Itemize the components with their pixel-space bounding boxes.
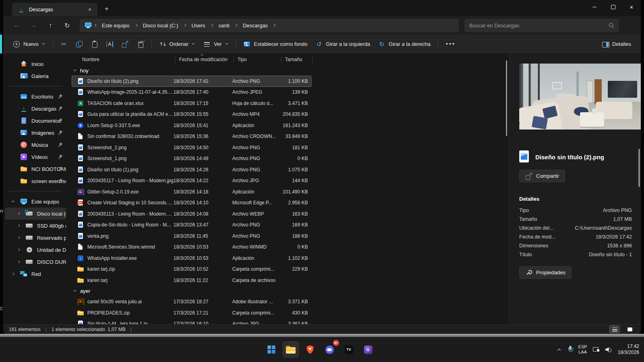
file-row-sin-t-tulo-1-m-leta-baja-1-jp[interactable]: Sin título-1-M...leta baja 1.jp...17/3/2… [72, 319, 312, 325]
network-icon[interactable] [593, 347, 600, 353]
minimize-button[interactable] [585, 0, 604, 14]
file-name: Sin confirmar 328032.crdownload [87, 134, 159, 139]
breadcrumb-item-santi[interactable]: santi [215, 21, 233, 30]
file-row-copia-de-sin-titulo-living-room-mod[interactable]: Copia-de-Sin-titulo - Living Room - Mod.… [72, 220, 312, 231]
sidebar-item-inicio[interactable]: Inicio [5, 58, 66, 70]
sidebar-item-m-sica[interactable]: Música [5, 139, 66, 151]
sidebar-item-unidad-de-dvd-f[interactable]: Unidad de DVD (F [5, 244, 66, 256]
file-row-loom-setup-0-337-5-exe[interactable]: Loom Setup 0.337.5.exe18/3/2026 15:41Apl… [72, 120, 312, 131]
zip-file-icon [77, 266, 84, 272]
file-type: Archivo CRDOWN... [232, 134, 280, 139]
details-pane-scrollbar[interactable] [638, 149, 640, 187]
up-button[interactable]: ↑ [43, 19, 57, 31]
back-button[interactable]: ← [10, 19, 23, 31]
file-row-dise-o-sin-t-tulo-2-png[interactable]: Diseño sin título (2).png18/3/2026 17:42… [72, 76, 312, 87]
sidebar-item-red[interactable]: Red [5, 268, 66, 280]
file-row-whatsapp-installer-exe[interactable]: WhatsApp Installer.exe18/3/2026 10:53Apl… [72, 253, 312, 264]
file-row-dise-o-sin-t-tulo-1-png[interactable]: Diseño sin título (1).png18/3/2026 14:26… [72, 164, 312, 175]
clock[interactable]: 17:42 18/3/2026 [618, 343, 639, 356]
details-pane-toggle[interactable]: Detalles [598, 38, 635, 51]
group-header-ayer[interactable]: ayer [68, 286, 509, 296]
file-row-venta-png[interactable]: venta.png18/3/2026 11:45Archivo PNG188 K… [72, 230, 312, 242]
file-row-create-virtual-staging-in-10-seconds-pdf[interactable]: Create Virtual Staging in 10 Seconds.pdf… [72, 197, 312, 209]
sidebar-item-galer-a[interactable]: Galería [5, 70, 66, 82]
sidebar-item-disco-local-c[interactable]: Disco local (C:) [5, 208, 66, 220]
breadcrumb-item-disco-local-c[interactable]: Disco local (C:) [140, 21, 182, 30]
breadcrumb-item-users[interactable]: Users [188, 21, 208, 30]
refresh-button[interactable]: ↻ [60, 19, 74, 31]
language-indicator[interactable]: ESP LAA [578, 344, 587, 355]
file-row-microsoft-services-store-winmd[interactable]: Microsoft.Services.Store.winmd18/3/2026 … [72, 242, 312, 253]
file-row-whatsapp-image-2025-11-07-at-4-35-11[interactable]: WhatsApp-Image-2025-11-07-at-4.35.11-...… [72, 87, 312, 98]
file-row-glitter-setup-2-0-19-exe[interactable]: Glitter-Setup-2.0.19.exe18/3/2026 14:18A… [72, 186, 312, 197]
file-list-scrollbar[interactable] [506, 60, 507, 136]
forward-button[interactable]: → [27, 19, 40, 31]
file-row-screenshot-2-png[interactable]: Screenshot_2.png18/3/2026 14:50Archivo P… [72, 142, 312, 153]
properties-button[interactable]: Propiedades [519, 266, 572, 279]
sidebar-item-v-deos[interactable]: Vídeos [5, 151, 66, 163]
rotate-left-button[interactable]: ↺ Girar a la izquierda [312, 38, 374, 51]
sidebar-item-documentos[interactable]: Documentos [5, 115, 66, 127]
details-view-toggle[interactable] [609, 325, 620, 333]
file-row-tasacion-calle-oran-xlsx[interactable]: TASACION calle oran.xlsx18/3/2026 17:15H… [72, 98, 312, 109]
breadcrumb-item-descargas[interactable]: Descargas [239, 21, 271, 30]
group-header-hoy[interactable]: hoy [68, 65, 509, 76]
cut-button[interactable]: ✂ [56, 38, 72, 51]
column-header-tamano[interactable]: Tamaño [285, 57, 302, 62]
tab-close-icon[interactable]: × [86, 6, 93, 13]
new-button[interactable]: Nuevo [9, 38, 50, 51]
explorer-button[interactable] [283, 341, 299, 358]
glitter-button[interactable]: G [360, 341, 376, 358]
new-tab-button[interactable]: + [101, 3, 113, 15]
close-button[interactable]: × [622, 0, 641, 14]
tray-overflow-icon[interactable] [557, 348, 562, 352]
file-row-karen-tarj[interactable]: karen tarj18/3/2026 11:22Carpeta de arch… [72, 275, 312, 286]
file-row-2003435113-living-room-modern-webp[interactable]: 2003435113 - Living Room - Modern.webp18… [72, 208, 312, 220]
view-button[interactable]: Ver [199, 38, 233, 51]
file-row-gu-a-para-utilizar-la-planilla-de-acm-en-ta[interactable]: Guía para utilizar la planilla de ACM en… [72, 109, 312, 120]
sidebar-item-este-equipo[interactable]: Este equipo [5, 195, 66, 208]
paste-button[interactable] [87, 38, 102, 51]
microphone-icon[interactable] [568, 346, 573, 353]
tradingview-button[interactable]: TV [341, 341, 357, 358]
sidebar-item-ssd-480gb-d[interactable]: SSD 480gb (D:) [5, 220, 66, 232]
file-row-propiedades-zip[interactable]: PROPIEDADES.zip17/3/2026 17:21Carpeta co… [72, 307, 312, 319]
maximize-button[interactable] [604, 0, 622, 14]
sidebar-item-descargas[interactable]: Descargas [5, 103, 66, 115]
file-row-screenshot-1-png[interactable]: Screenshot_1.png18/3/2026 14:49Archivo P… [72, 153, 312, 165]
start-button[interactable] [263, 341, 279, 358]
tab-descargas[interactable]: Descargas × [12, 3, 97, 16]
large-icons-view-toggle[interactable] [625, 325, 635, 333]
breadcrumb[interactable]: Este equipoDisco local (C:)UserssantiDes… [80, 19, 459, 32]
rotate-right-button[interactable]: ↻ Girar a la derecha [374, 38, 435, 51]
sidebar-item-reservado-para-el[interactable]: Reservado para el [5, 232, 66, 244]
column-header-tipo[interactable]: Tipo [237, 57, 247, 62]
column-header-nombre[interactable]: Nombre [82, 57, 99, 62]
column-header-fecha[interactable]: Fecha de modificación [179, 57, 227, 62]
file-size: 229 KB [280, 266, 311, 272]
copy-button[interactable] [72, 38, 87, 51]
file-type: Archivo PNG [232, 167, 280, 173]
file-row-2003435117-living-room-modern-jpg[interactable]: 2003435117 - Living Room - Modern.jpg18/… [72, 175, 312, 187]
brave-button[interactable] [302, 341, 318, 358]
sidebar-item-im-genes[interactable]: Imágenes [5, 127, 66, 139]
set-background-button[interactable]: Establecer como fondo [239, 38, 312, 51]
file-row-karen-tarj-zip[interactable]: karen tarj.zip18/3/2026 10:52Carpeta com… [72, 264, 312, 275]
breadcrumb-item-este-equipo[interactable]: Este equipo [99, 21, 133, 30]
delete-button[interactable] [133, 38, 148, 51]
share-file-button[interactable]: Compartir [519, 170, 565, 182]
rename-button[interactable]: A [102, 38, 118, 51]
sort-button[interactable]: ↑↓ Ordenar [155, 38, 200, 51]
volume-icon[interactable] [605, 347, 612, 353]
sidebar-item-screen-exercises[interactable]: screen exercises [5, 175, 66, 187]
search-input[interactable]: Buscar en Descargas [464, 19, 619, 32]
file-row-cartel-50x35-venta-julio-ai[interactable]: cartel 50x35 venta julio.ai17/3/2026 18:… [72, 296, 312, 308]
sidebar-item-nci-bootcamp[interactable]: NCI BOOTCAMP [5, 163, 66, 175]
file-row-sin-confirmar-328032-crdownload[interactable]: Sin confirmar 328032.crdownload18/3/2026… [72, 131, 312, 142]
share-button[interactable] [118, 38, 133, 51]
sidebar-item-escritorio[interactable]: Escritorio [5, 90, 66, 103]
more-options-button[interactable]: ••• [442, 38, 457, 51]
search-icon[interactable] [609, 23, 614, 28]
discord-button[interactable]: 9+ [321, 341, 337, 358]
sidebar-item-disco-duro-g[interactable]: DISCO DURO (G:) [5, 256, 66, 268]
